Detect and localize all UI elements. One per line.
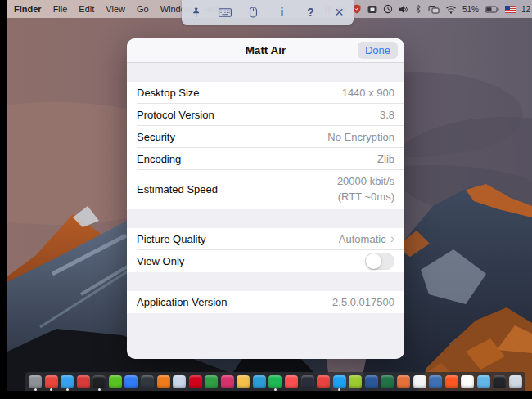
view-only-toggle[interactable]	[365, 253, 394, 270]
row-value: 1440 x 900	[342, 87, 394, 99]
dock-icon-word[interactable]	[365, 375, 378, 388]
dock-icon-android[interactable]	[349, 375, 362, 388]
row-label: Security	[137, 131, 175, 143]
row-estimated-speed: Estimated Speed 20000 kbit/s (RTT ~0ms)	[127, 170, 404, 209]
row-protocol-version: Protocol Version 3.8	[127, 104, 404, 126]
dock-icon-orange-box[interactable]	[157, 375, 170, 388]
dock-icon-opera-orange[interactable]	[445, 375, 458, 388]
info-toolbar-button[interactable]: i	[272, 2, 293, 22]
row-security: Security No Encryption	[127, 126, 404, 148]
dock-icon-files[interactable]	[509, 375, 522, 388]
dock-icon-vinyl-dark[interactable]	[301, 375, 314, 388]
section-gap	[127, 272, 404, 291]
dock-icon-safari[interactable]	[61, 375, 74, 388]
rtt-value: (RTT ~0ms)	[337, 190, 394, 205]
help-toolbar-button[interactable]: ?	[300, 2, 322, 22]
dock-icon-music-red[interactable]	[285, 375, 298, 388]
info-icon: i	[281, 7, 284, 18]
dock-icon-green-app[interactable]	[109, 375, 122, 388]
connection-info-panel: Matt Air Done Desktop Size 1440 x 900 Pr…	[127, 38, 404, 359]
dock-icon-sheet-white[interactable]	[413, 375, 426, 388]
about-group: Application Version 2.5.0.017500	[127, 291, 404, 313]
row-value: 3.8	[380, 109, 394, 121]
dock-icon-spotify[interactable]	[268, 375, 282, 388]
clock-icon[interactable]	[383, 4, 393, 14]
row-value: 2.5.0.017500	[332, 296, 394, 308]
connection-details-group: Desktop Size 1440 x 900 Protocol Version…	[127, 82, 404, 209]
desktop: FinderFileEditViewGoWindowHelp 51% 12	[7, 0, 532, 391]
help-icon: ?	[307, 7, 314, 18]
status-icons: 51% 12	[324, 4, 532, 14]
panel-header: Matt Air Done	[127, 38, 404, 63]
mouse-toolbar-button[interactable]	[243, 2, 264, 22]
dock-icon-photos[interactable]	[237, 375, 250, 388]
dock-icon-notes[interactable]	[461, 375, 474, 388]
menu-item[interactable]: Edit	[79, 4, 94, 14]
row-view-only: View Only	[127, 250, 404, 272]
dock-icon-fish-blue[interactable]	[253, 375, 266, 388]
dock-icon-chrome[interactable]	[45, 375, 58, 388]
dock-icon-heart-box[interactable]	[317, 375, 330, 388]
battery-icon[interactable]	[485, 5, 499, 14]
keyboard-icon	[219, 8, 232, 17]
dock-icon-play-dark[interactable]	[493, 375, 506, 388]
dock-icon-maps[interactable]	[124, 375, 138, 388]
menu-item[interactable]: View	[106, 4, 125, 14]
chevron-right-icon: ›	[390, 232, 394, 245]
dock-icon-pink-circle[interactable]	[221, 375, 234, 388]
row-application-version: Application Version 2.5.0.017500	[127, 291, 404, 313]
dock-icon-twitter[interactable]	[333, 375, 346, 388]
menu-item[interactable]: Finder	[14, 4, 42, 14]
mouse-icon	[249, 7, 258, 18]
dock-icons	[25, 375, 525, 388]
dock-icon-photo[interactable]	[173, 375, 186, 388]
dock-icon-color-wheel[interactable]	[397, 375, 410, 388]
volume-icon[interactable]	[399, 5, 408, 14]
pin-icon	[191, 7, 201, 18]
toggle-knob	[366, 253, 381, 269]
screen: FinderFileEditViewGoWindowHelp 51% 12	[0, 0, 532, 399]
row-label: View Only	[137, 255, 184, 267]
dock-icon-cloud-blue[interactable]	[477, 375, 490, 388]
row-label: Application Version	[137, 296, 228, 308]
wifi-icon[interactable]	[445, 5, 457, 14]
dock-icon-settings[interactable]	[29, 375, 42, 388]
row-label: Estimated Speed	[137, 183, 218, 195]
row-label: Protocol Version	[137, 109, 214, 121]
menu-clock[interactable]: 12	[521, 5, 532, 14]
battery-percent: 51%	[462, 5, 479, 14]
row-label: Picture Quality	[137, 233, 206, 245]
menu-item[interactable]: File	[53, 4, 68, 14]
app-box-icon[interactable]	[367, 5, 377, 14]
pin-toolbar-button[interactable]	[186, 2, 207, 22]
dock-icon-excel[interactable]	[381, 375, 394, 388]
menu-item[interactable]: Go	[137, 4, 149, 14]
row-label: Desktop Size	[137, 87, 200, 99]
close-icon: ×	[335, 5, 344, 20]
row-picture-quality[interactable]: Picture Quality Automatic ›	[127, 228, 404, 250]
speed-value: 20000 kbit/s	[337, 174, 394, 190]
bluetooth-icon[interactable]	[414, 4, 422, 14]
row-value: No Encryption	[327, 131, 394, 143]
section-gap	[127, 209, 404, 228]
dock-icon-terminal[interactable]	[92, 375, 106, 388]
row-desktop-size: Desktop Size 1440 x 900	[127, 82, 404, 104]
row-value: Zlib	[377, 153, 394, 165]
dock-icon-red-s[interactable]	[77, 375, 90, 388]
keyboard-toolbar-button[interactable]	[214, 2, 236, 22]
row-encoding: Encoding Zlib	[127, 148, 404, 170]
dock-icon-red-box[interactable]	[189, 375, 202, 388]
us-flag-icon[interactable]	[505, 6, 516, 13]
dock-icon-compass-dark[interactable]	[141, 375, 154, 388]
dock-icon-waves-blue[interactable]	[429, 375, 442, 388]
row-label: Encoding	[137, 153, 181, 165]
options-group: Picture Quality Automatic › View Only	[127, 228, 404, 272]
section-gap	[127, 63, 404, 82]
displays-icon[interactable]	[428, 5, 440, 14]
row-value: 20000 kbit/s (RTT ~0ms)	[337, 170, 394, 209]
done-button[interactable]: Done	[358, 42, 398, 59]
dock	[25, 372, 525, 391]
close-toolbar-button[interactable]: ×	[329, 2, 350, 22]
dock-icon-leaf-green[interactable]	[205, 375, 218, 388]
vnc-toolbar: i ? ×	[182, 0, 354, 25]
